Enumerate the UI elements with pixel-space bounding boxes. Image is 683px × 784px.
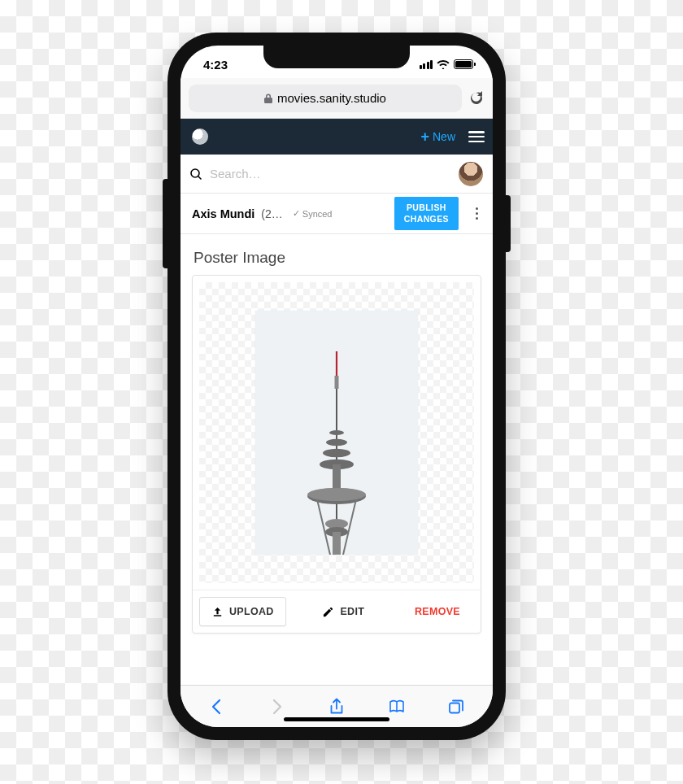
poster-image-preview <box>255 311 418 555</box>
document-subtitle: (2… <box>261 207 282 220</box>
image-actions-row: UPLOAD EDIT REMOVE <box>193 590 481 633</box>
svg-rect-17 <box>450 703 459 712</box>
safari-tabs-button[interactable] <box>442 693 470 721</box>
safari-share-button[interactable] <box>323 693 350 721</box>
phone-screen: 4:23 movies.sanity.studio <box>181 46 493 727</box>
tabs-icon <box>447 698 465 716</box>
url-field[interactable]: movies.sanity.studio <box>189 85 462 112</box>
image-field-card: UPLOAD EDIT REMOVE <box>192 275 481 634</box>
wifi-icon <box>437 59 450 69</box>
safari-bookmarks-button[interactable] <box>383 693 411 721</box>
edit-button[interactable]: EDIT <box>291 597 396 626</box>
home-indicator[interactable] <box>284 717 389 721</box>
svg-rect-3 <box>335 376 339 389</box>
phone-frame: 4:23 movies.sanity.studio <box>167 33 506 740</box>
upload-icon <box>211 606 224 618</box>
document-more-menu-button[interactable] <box>465 201 488 226</box>
svg-point-6 <box>323 449 350 457</box>
search-bar <box>181 155 493 194</box>
share-icon <box>328 698 346 716</box>
new-label: New <box>433 130 455 143</box>
hamburger-menu-icon[interactable] <box>468 131 485 142</box>
safari-url-bar: movies.sanity.studio <box>181 78 493 119</box>
status-time: 4:23 <box>203 58 228 72</box>
pencil-icon <box>322 606 334 618</box>
svg-point-4 <box>329 430 344 435</box>
plus-icon: + <box>420 129 429 144</box>
status-right-cluster <box>420 59 474 69</box>
battery-icon <box>454 59 473 69</box>
url-text: movies.sanity.studio <box>277 91 386 105</box>
publish-changes-button[interactable]: PUBLISHCHANGES <box>394 197 459 229</box>
safari-back-button[interactable] <box>203 693 231 721</box>
brand-logo-icon[interactable] <box>192 128 208 145</box>
svg-point-10 <box>307 488 366 501</box>
chevron-left-icon <box>208 698 226 716</box>
document-header: Axis Mundi (2… ✓ Synced PUBLISHCHANGES <box>181 194 493 234</box>
reload-icon[interactable] <box>468 90 485 107</box>
image-preview-well[interactable] <box>199 282 474 583</box>
chevron-right-icon <box>268 698 285 716</box>
lock-icon <box>264 94 272 103</box>
remove-button[interactable]: REMOVE <box>401 597 474 626</box>
search-input[interactable] <box>210 167 450 181</box>
safari-forward-button[interactable] <box>263 693 290 721</box>
new-document-button[interactable]: + New <box>412 124 463 149</box>
book-icon <box>388 698 406 716</box>
svg-point-5 <box>326 439 347 446</box>
document-title: Axis Mundi <box>192 207 254 220</box>
document-content: Poster Image <box>181 234 493 685</box>
svg-rect-8 <box>333 464 341 492</box>
sync-status-badge: ✓ Synced <box>293 208 333 219</box>
svg-rect-16 <box>333 532 341 555</box>
cellular-signal-icon <box>420 60 433 69</box>
app-header: + New <box>181 119 493 155</box>
search-icon <box>190 168 202 180</box>
check-icon: ✓ <box>293 208 300 219</box>
field-label-poster-image: Poster Image <box>194 249 480 267</box>
sync-status-text: Synced <box>302 209 333 219</box>
tower-illustration <box>288 343 385 555</box>
user-avatar[interactable] <box>459 162 483 186</box>
phone-notch <box>263 46 410 68</box>
upload-button[interactable]: UPLOAD <box>199 597 286 626</box>
